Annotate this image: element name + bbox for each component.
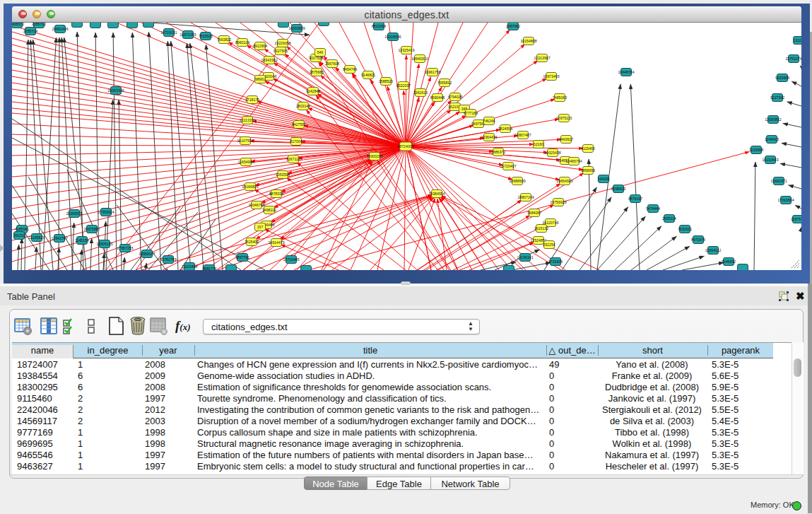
svg-text:17359924: 17359924 — [98, 210, 114, 214]
svg-text:6879197: 6879197 — [628, 197, 642, 201]
svg-text:3824554: 3824554 — [498, 127, 512, 131]
svg-text:16782759: 16782759 — [160, 257, 176, 262]
svg-text:10046788: 10046788 — [248, 203, 264, 207]
svg-text:9245652: 9245652 — [722, 259, 736, 264]
svg-text:8427552: 8427552 — [292, 122, 306, 127]
svg-text:164095: 164095 — [597, 177, 609, 181]
svg-text:19384554: 19384554 — [428, 192, 445, 196]
svg-text:10973493: 10973493 — [543, 74, 559, 78]
svg-text:20364436: 20364436 — [481, 135, 497, 139]
svg-text:9242848: 9242848 — [306, 89, 320, 93]
svg-text:9474444: 9474444 — [646, 206, 660, 211]
svg-text:3267110: 3267110 — [286, 157, 300, 161]
svg-text:1244415: 1244415 — [765, 137, 779, 141]
svg-text:746266: 746266 — [483, 119, 495, 123]
svg-text:1405572: 1405572 — [12, 23, 24, 26]
svg-text:9485779: 9485779 — [202, 267, 216, 270]
svg-text:12213330: 12213330 — [239, 118, 255, 122]
svg-text:9777169: 9777169 — [464, 111, 478, 115]
svg-text:7515526: 7515526 — [199, 34, 213, 38]
svg-text:10958107: 10958107 — [139, 252, 155, 256]
svg-text:10719151: 10719151 — [160, 30, 177, 35]
svg-text:18724007: 18724007 — [397, 144, 413, 148]
svg-text:10807487: 10807487 — [514, 133, 531, 137]
svg-text:9857791: 9857791 — [235, 255, 249, 259]
svg-text:7663822: 7663822 — [217, 37, 231, 42]
svg-text:7632621: 7632621 — [678, 227, 692, 231]
svg-text:20206535: 20206535 — [66, 211, 82, 216]
svg-text:16671355: 16671355 — [180, 33, 196, 37]
svg-text:98961: 98961 — [255, 77, 266, 81]
svg-text:15720407: 15720407 — [500, 164, 516, 168]
svg-text:15751074: 15751074 — [785, 57, 801, 61]
svg-text:15716485: 15716485 — [283, 257, 299, 262]
svg-text:817004: 817004 — [290, 139, 302, 144]
svg-text:11121: 11121 — [794, 38, 801, 42]
svg-text:1615132: 1615132 — [534, 226, 548, 230]
svg-text:3684067: 3684067 — [527, 211, 541, 215]
svg-text:39151: 39151 — [14, 233, 25, 238]
svg-text:8471676: 8471676 — [691, 238, 705, 242]
svg-text:13325419: 13325419 — [398, 48, 414, 52]
svg-text:15692971: 15692971 — [770, 179, 787, 183]
svg-text:16120746: 16120746 — [542, 221, 558, 225]
svg-text:2803144: 2803144 — [296, 104, 310, 108]
svg-text:3215958: 3215958 — [749, 148, 763, 152]
svg-text:10688609: 10688609 — [509, 179, 525, 183]
svg-text:17957255: 17957255 — [117, 246, 133, 250]
svg-text:18640910: 18640910 — [411, 57, 428, 61]
svg-text:11156829: 11156829 — [29, 235, 45, 240]
svg-text:1733426: 1733426 — [548, 259, 563, 264]
svg-text:10154808: 10154808 — [520, 39, 536, 43]
svg-text:13495794: 13495794 — [565, 159, 582, 163]
svg-text:62160: 62160 — [534, 142, 544, 146]
svg-text:12093852: 12093852 — [765, 117, 781, 122]
svg-text:2087682: 2087682 — [506, 24, 520, 28]
svg-text:1362615: 1362615 — [413, 90, 428, 95]
svg-text:13226058: 13226058 — [274, 41, 290, 45]
svg-text:17016504: 17016504 — [777, 198, 794, 202]
svg-text:16914479: 16914479 — [268, 240, 284, 245]
svg-text:20975887: 20975887 — [83, 227, 100, 231]
svg-text:252254: 252254 — [543, 243, 555, 247]
svg-text:19218506: 19218506 — [384, 35, 401, 39]
svg-text:19166825: 19166825 — [242, 185, 258, 189]
svg-text:9329966: 9329966 — [775, 76, 789, 80]
svg-text:1167533: 1167533 — [791, 217, 801, 221]
svg-text:20691406: 20691406 — [52, 27, 68, 31]
svg-text:20053346: 20053346 — [107, 88, 124, 93]
svg-text:4185061: 4185061 — [15, 227, 29, 231]
svg-text:19756928: 19756928 — [550, 200, 566, 204]
svg-text:8938923: 8938923 — [611, 187, 625, 191]
svg-text:7886372: 7886372 — [491, 150, 505, 154]
svg-text:8878332: 8878332 — [269, 192, 283, 196]
svg-text:10648784: 10648784 — [618, 70, 634, 74]
svg-text:14136141: 14136141 — [517, 255, 533, 259]
svg-text:2967608: 2967608 — [325, 62, 339, 66]
svg-text:8813054: 8813054 — [372, 24, 386, 28]
svg-text:8454749: 8454749 — [343, 67, 357, 71]
svg-text:8960124: 8960124 — [235, 40, 249, 45]
svg-text:18807249: 18807249 — [517, 195, 534, 199]
svg-text:12505135: 12505135 — [96, 242, 112, 246]
svg-text:3875685: 3875685 — [310, 70, 324, 74]
svg-text:7485063: 7485063 — [553, 95, 567, 100]
svg-text:18300295: 18300295 — [366, 154, 382, 158]
svg-text:157: 157 — [257, 225, 264, 229]
svg-text:12975115: 12975115 — [556, 116, 572, 120]
svg-text:1145154: 1145154 — [75, 238, 89, 243]
svg-text:11923468: 11923468 — [182, 264, 198, 269]
svg-text:8912954: 8912954 — [253, 44, 267, 48]
svg-text:9463627: 9463627 — [559, 137, 573, 141]
svg-text:9327505: 9327505 — [273, 49, 288, 53]
svg-text:11654983: 11654983 — [238, 160, 254, 164]
svg-text:7625402: 7625402 — [245, 240, 259, 244]
svg-text:2935114: 2935114 — [662, 216, 676, 221]
svg-text:9115460: 9115460 — [581, 146, 595, 151]
svg-text:2055714: 2055714 — [23, 29, 37, 33]
svg-text:8990448: 8990448 — [430, 95, 445, 100]
svg-text:16961758: 16961758 — [424, 70, 440, 74]
svg-text:546: 546 — [317, 50, 324, 54]
svg-text:16107552: 16107552 — [237, 139, 253, 143]
svg-text:16543382: 16543382 — [261, 58, 277, 62]
